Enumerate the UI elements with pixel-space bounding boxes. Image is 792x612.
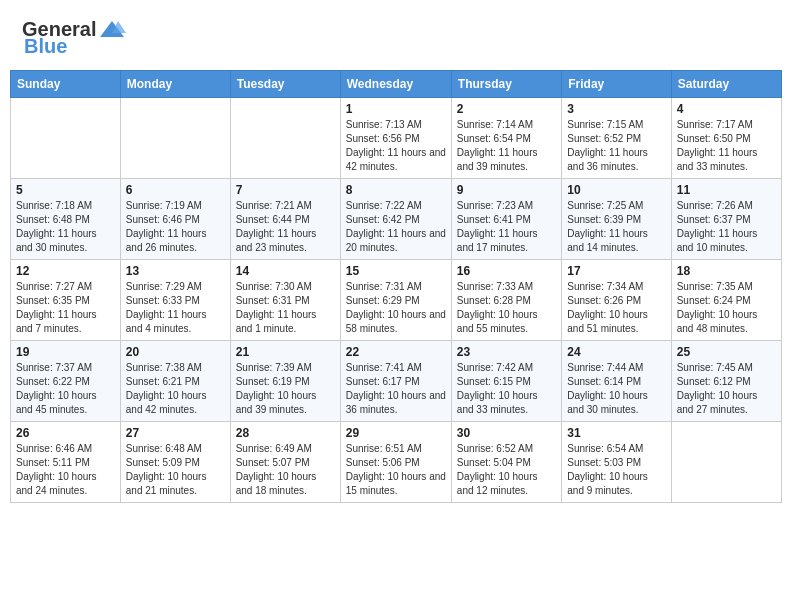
day-info: Sunrise: 7:21 AM Sunset: 6:44 PM Dayligh… — [236, 199, 335, 255]
calendar-header-saturday: Saturday — [671, 71, 781, 98]
calendar-cell: 19Sunrise: 7:37 AM Sunset: 6:22 PM Dayli… — [11, 341, 121, 422]
calendar-week-row: 1Sunrise: 7:13 AM Sunset: 6:56 PM Daylig… — [11, 98, 782, 179]
calendar-cell: 25Sunrise: 7:45 AM Sunset: 6:12 PM Dayli… — [671, 341, 781, 422]
calendar-cell: 2Sunrise: 7:14 AM Sunset: 6:54 PM Daylig… — [451, 98, 561, 179]
calendar-header-wednesday: Wednesday — [340, 71, 451, 98]
calendar-cell: 24Sunrise: 7:44 AM Sunset: 6:14 PM Dayli… — [562, 341, 671, 422]
day-info: Sunrise: 7:18 AM Sunset: 6:48 PM Dayligh… — [16, 199, 115, 255]
day-number: 12 — [16, 264, 115, 278]
day-number: 30 — [457, 426, 556, 440]
day-number: 18 — [677, 264, 776, 278]
day-info: Sunrise: 7:38 AM Sunset: 6:21 PM Dayligh… — [126, 361, 225, 417]
day-info: Sunrise: 7:45 AM Sunset: 6:12 PM Dayligh… — [677, 361, 776, 417]
calendar-cell: 5Sunrise: 7:18 AM Sunset: 6:48 PM Daylig… — [11, 179, 121, 260]
day-info: Sunrise: 7:30 AM Sunset: 6:31 PM Dayligh… — [236, 280, 335, 336]
calendar-cell: 9Sunrise: 7:23 AM Sunset: 6:41 PM Daylig… — [451, 179, 561, 260]
calendar-cell: 28Sunrise: 6:49 AM Sunset: 5:07 PM Dayli… — [230, 422, 340, 503]
day-number: 26 — [16, 426, 115, 440]
day-number: 25 — [677, 345, 776, 359]
calendar-cell: 22Sunrise: 7:41 AM Sunset: 6:17 PM Dayli… — [340, 341, 451, 422]
day-number: 21 — [236, 345, 335, 359]
calendar-cell: 12Sunrise: 7:27 AM Sunset: 6:35 PM Dayli… — [11, 260, 121, 341]
calendar-header-sunday: Sunday — [11, 71, 121, 98]
calendar-week-row: 26Sunrise: 6:46 AM Sunset: 5:11 PM Dayli… — [11, 422, 782, 503]
day-number: 7 — [236, 183, 335, 197]
day-number: 2 — [457, 102, 556, 116]
calendar-cell: 11Sunrise: 7:26 AM Sunset: 6:37 PM Dayli… — [671, 179, 781, 260]
day-number: 1 — [346, 102, 446, 116]
day-info: Sunrise: 7:41 AM Sunset: 6:17 PM Dayligh… — [346, 361, 446, 417]
calendar-cell — [230, 98, 340, 179]
calendar-header-row: SundayMondayTuesdayWednesdayThursdayFrid… — [11, 71, 782, 98]
day-number: 5 — [16, 183, 115, 197]
day-number: 3 — [567, 102, 665, 116]
logo: General Blue — [22, 18, 126, 58]
day-number: 10 — [567, 183, 665, 197]
day-number: 15 — [346, 264, 446, 278]
day-number: 14 — [236, 264, 335, 278]
day-number: 23 — [457, 345, 556, 359]
day-number: 19 — [16, 345, 115, 359]
calendar-cell: 20Sunrise: 7:38 AM Sunset: 6:21 PM Dayli… — [120, 341, 230, 422]
day-info: Sunrise: 7:17 AM Sunset: 6:50 PM Dayligh… — [677, 118, 776, 174]
day-info: Sunrise: 6:52 AM Sunset: 5:04 PM Dayligh… — [457, 442, 556, 498]
day-number: 8 — [346, 183, 446, 197]
day-info: Sunrise: 7:25 AM Sunset: 6:39 PM Dayligh… — [567, 199, 665, 255]
day-info: Sunrise: 7:23 AM Sunset: 6:41 PM Dayligh… — [457, 199, 556, 255]
calendar-cell: 14Sunrise: 7:30 AM Sunset: 6:31 PM Dayli… — [230, 260, 340, 341]
calendar-cell: 1Sunrise: 7:13 AM Sunset: 6:56 PM Daylig… — [340, 98, 451, 179]
calendar-cell — [120, 98, 230, 179]
calendar-cell: 31Sunrise: 6:54 AM Sunset: 5:03 PM Dayli… — [562, 422, 671, 503]
calendar-cell: 26Sunrise: 6:46 AM Sunset: 5:11 PM Dayli… — [11, 422, 121, 503]
day-info: Sunrise: 6:49 AM Sunset: 5:07 PM Dayligh… — [236, 442, 335, 498]
calendar-cell: 30Sunrise: 6:52 AM Sunset: 5:04 PM Dayli… — [451, 422, 561, 503]
calendar-cell: 16Sunrise: 7:33 AM Sunset: 6:28 PM Dayli… — [451, 260, 561, 341]
day-info: Sunrise: 6:46 AM Sunset: 5:11 PM Dayligh… — [16, 442, 115, 498]
logo-blue-text: Blue — [24, 35, 67, 58]
page-header: General Blue — [10, 10, 782, 62]
day-number: 13 — [126, 264, 225, 278]
day-info: Sunrise: 7:29 AM Sunset: 6:33 PM Dayligh… — [126, 280, 225, 336]
day-info: Sunrise: 7:44 AM Sunset: 6:14 PM Dayligh… — [567, 361, 665, 417]
calendar-cell: 18Sunrise: 7:35 AM Sunset: 6:24 PM Dayli… — [671, 260, 781, 341]
day-info: Sunrise: 6:54 AM Sunset: 5:03 PM Dayligh… — [567, 442, 665, 498]
day-info: Sunrise: 7:42 AM Sunset: 6:15 PM Dayligh… — [457, 361, 556, 417]
day-number: 22 — [346, 345, 446, 359]
day-number: 9 — [457, 183, 556, 197]
day-number: 28 — [236, 426, 335, 440]
day-info: Sunrise: 7:26 AM Sunset: 6:37 PM Dayligh… — [677, 199, 776, 255]
day-info: Sunrise: 7:39 AM Sunset: 6:19 PM Dayligh… — [236, 361, 335, 417]
day-number: 24 — [567, 345, 665, 359]
calendar-cell: 23Sunrise: 7:42 AM Sunset: 6:15 PM Dayli… — [451, 341, 561, 422]
day-info: Sunrise: 7:15 AM Sunset: 6:52 PM Dayligh… — [567, 118, 665, 174]
calendar-cell — [671, 422, 781, 503]
calendar-cell: 29Sunrise: 6:51 AM Sunset: 5:06 PM Dayli… — [340, 422, 451, 503]
day-number: 17 — [567, 264, 665, 278]
calendar-cell: 21Sunrise: 7:39 AM Sunset: 6:19 PM Dayli… — [230, 341, 340, 422]
day-info: Sunrise: 6:51 AM Sunset: 5:06 PM Dayligh… — [346, 442, 446, 498]
calendar-cell: 4Sunrise: 7:17 AM Sunset: 6:50 PM Daylig… — [671, 98, 781, 179]
calendar-cell: 10Sunrise: 7:25 AM Sunset: 6:39 PM Dayli… — [562, 179, 671, 260]
calendar-header-monday: Monday — [120, 71, 230, 98]
calendar-cell: 13Sunrise: 7:29 AM Sunset: 6:33 PM Dayli… — [120, 260, 230, 341]
calendar-cell: 27Sunrise: 6:48 AM Sunset: 5:09 PM Dayli… — [120, 422, 230, 503]
day-info: Sunrise: 7:33 AM Sunset: 6:28 PM Dayligh… — [457, 280, 556, 336]
day-number: 31 — [567, 426, 665, 440]
logo-icon — [98, 19, 126, 41]
day-number: 11 — [677, 183, 776, 197]
calendar-week-row: 12Sunrise: 7:27 AM Sunset: 6:35 PM Dayli… — [11, 260, 782, 341]
day-number: 16 — [457, 264, 556, 278]
day-number: 6 — [126, 183, 225, 197]
day-info: Sunrise: 7:34 AM Sunset: 6:26 PM Dayligh… — [567, 280, 665, 336]
day-info: Sunrise: 7:31 AM Sunset: 6:29 PM Dayligh… — [346, 280, 446, 336]
calendar-header-friday: Friday — [562, 71, 671, 98]
day-info: Sunrise: 7:27 AM Sunset: 6:35 PM Dayligh… — [16, 280, 115, 336]
day-info: Sunrise: 7:13 AM Sunset: 6:56 PM Dayligh… — [346, 118, 446, 174]
day-info: Sunrise: 7:22 AM Sunset: 6:42 PM Dayligh… — [346, 199, 446, 255]
calendar-header-thursday: Thursday — [451, 71, 561, 98]
day-info: Sunrise: 7:14 AM Sunset: 6:54 PM Dayligh… — [457, 118, 556, 174]
calendar-week-row: 19Sunrise: 7:37 AM Sunset: 6:22 PM Dayli… — [11, 341, 782, 422]
day-number: 29 — [346, 426, 446, 440]
calendar-cell: 15Sunrise: 7:31 AM Sunset: 6:29 PM Dayli… — [340, 260, 451, 341]
calendar-cell: 6Sunrise: 7:19 AM Sunset: 6:46 PM Daylig… — [120, 179, 230, 260]
